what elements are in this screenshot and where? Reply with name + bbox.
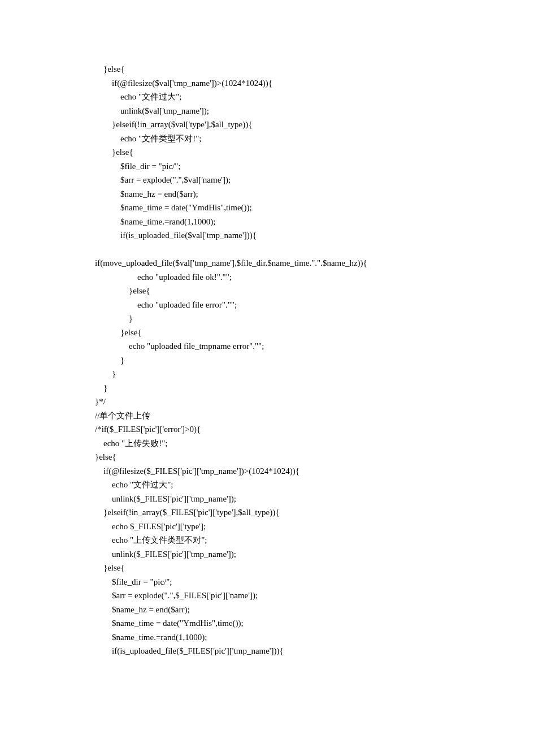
code-line: }else{: [95, 561, 534, 575]
code-line: $name_hz = end($arr);: [95, 603, 534, 617]
code-line: echo "文件过大";: [95, 478, 534, 492]
code-line: }else{: [95, 326, 534, 340]
code-line: if(is_uploaded_file($_FILES['pic']['tmp_…: [95, 644, 534, 658]
code-line: echo "上传失败!";: [95, 437, 534, 451]
code-line: }else{: [95, 145, 534, 159]
code-line: echo "上传文件类型不对";: [95, 533, 534, 547]
code-line: }else{: [95, 450, 534, 464]
code-line: }: [95, 367, 534, 381]
code-line: $file_dir = "pic/";: [95, 575, 534, 589]
code-line: if(@filesize($val['tmp_name'])>(1024*102…: [95, 76, 534, 90]
code-line: $arr = explode(".",$val['name']);: [95, 173, 534, 187]
code-line: if(is_uploaded_file($val['tmp_name'])){: [95, 228, 534, 243]
code-line: $arr = explode(".",$_FILES['pic']['name'…: [95, 589, 534, 603]
code-block: }else{ if(@filesize($val['tmp_name'])>(1…: [95, 62, 534, 658]
code-line: [95, 243, 534, 257]
code-line: $name_time.=rand(1,1000);: [95, 215, 534, 229]
code-line: echo "uploaded file error"."";: [95, 298, 534, 312]
code-line: $file_dir = "pic/";: [95, 159, 534, 174]
code-line: $name_hz = end($arr);: [95, 187, 534, 201]
code-line: }: [95, 381, 534, 395]
code-line: echo $_FILES['pic']['type'];: [95, 520, 534, 534]
code-line: //单个文件上传: [95, 409, 534, 423]
code-line: }: [95, 353, 534, 368]
code-line: $name_time.=rand(1,1000);: [95, 630, 534, 645]
code-line: }elseif(!in_array($_FILES['pic']['type']…: [95, 506, 534, 520]
code-line: }else{: [95, 62, 534, 76]
code-line: $name_time = date("YmdHis",time());: [95, 616, 534, 630]
code-line: unlink($_FILES['pic']['tmp_name']);: [95, 492, 534, 506]
code-line: unlink($_FILES['pic']['tmp_name']);: [95, 547, 534, 561]
code-line: echo "文件过大";: [95, 90, 534, 104]
code-line: }else{: [95, 284, 534, 298]
code-line: $name_time = date("YmdHis",time());: [95, 201, 534, 215]
code-line: }: [95, 312, 534, 326]
code-line: if(@filesize($_FILES['pic']['tmp_name'])…: [95, 464, 534, 478]
code-line: unlink($val['tmp_name']);: [95, 104, 534, 118]
code-line: /*if($_FILES['pic']['error']>0){: [95, 422, 534, 437]
code-line: }elseif(!in_array($val['type'],$all_type…: [95, 118, 534, 132]
document-page: }else{ if(@filesize($val['tmp_name'])>(1…: [0, 0, 534, 756]
code-line: echo "uploaded file ok!"."";: [95, 270, 534, 284]
code-line: echo "uploaded file_tmpname error"."";: [95, 339, 534, 353]
code-line: }*/: [95, 395, 534, 409]
code-line: if(move_uploaded_file($val['tmp_name'],$…: [95, 256, 534, 270]
code-line: echo "文件类型不对!";: [95, 132, 534, 146]
